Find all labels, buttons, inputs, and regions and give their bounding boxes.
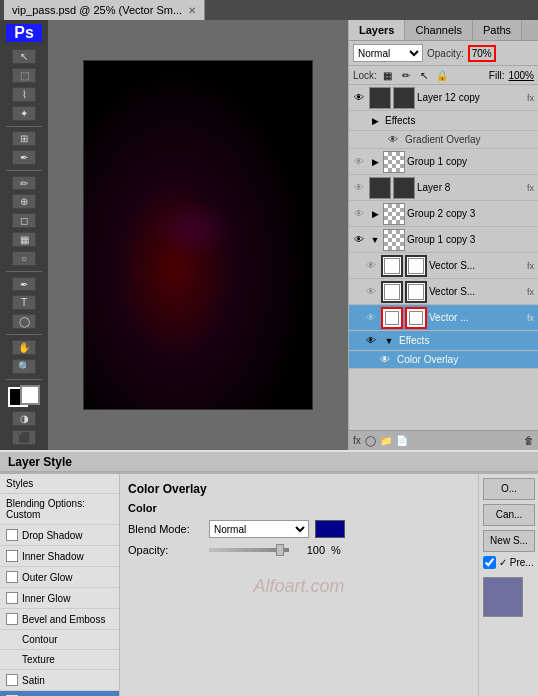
move-tool[interactable]: ↖	[12, 49, 36, 64]
eff-visibility-icon[interactable]: 👁	[363, 333, 379, 349]
group1c3-expand-icon[interactable]: ▼	[369, 234, 381, 246]
style-item-blending[interactable]: Blending Options: Custom	[0, 494, 119, 525]
style-item-texture[interactable]: Texture	[0, 650, 119, 670]
opacity-slider[interactable]	[209, 548, 289, 552]
document-tab[interactable]: vip_pass.psd @ 25% (Vector Sm... ✕	[4, 0, 205, 21]
tool-separator-1	[6, 126, 42, 127]
fill-value[interactable]: 100%	[508, 70, 534, 81]
visibility-icon[interactable]: 👁	[351, 90, 367, 106]
effects-group-row[interactable]: ▶ Effects	[349, 111, 538, 131]
panel-tabs: Layers Channels Paths	[349, 20, 538, 41]
delete-layer-icon[interactable]: 🗑	[524, 435, 534, 446]
styles-list: Styles Blending Options: Custom Drop Sha…	[0, 474, 120, 696]
marquee-tool[interactable]: ⬚	[12, 68, 36, 83]
vs3-visibility-icon[interactable]: 👁	[363, 310, 379, 326]
vector-selected-item[interactable]: 👁 Vector ... fx	[349, 305, 538, 331]
layer8-item[interactable]: 👁 Layer 8 fx	[349, 175, 538, 201]
quick-mask-tool[interactable]: ◑	[12, 411, 36, 426]
gradient-overlay-effect[interactable]: 👁 Gradient Overlay	[349, 131, 538, 149]
style-item-bevel[interactable]: Bevel and Emboss	[0, 609, 119, 630]
style-item-inner-shadow[interactable]: Inner Shadow	[0, 546, 119, 567]
style-item-contour[interactable]: Contour	[0, 630, 119, 650]
new-group-icon[interactable]: 📁	[380, 435, 392, 446]
lock-move-icon[interactable]: ↖	[417, 68, 431, 82]
brush-tool[interactable]: ✏	[12, 176, 36, 191]
eyedropper-tool[interactable]: ✒	[12, 150, 36, 165]
layer8-visibility-icon[interactable]: 👁	[351, 180, 367, 196]
crop-tool[interactable]: ⊞	[12, 131, 36, 146]
new-style-button[interactable]: New S...	[483, 530, 535, 552]
zoom-tool[interactable]: 🔍	[12, 359, 36, 374]
vs1-visibility-icon[interactable]: 👁	[363, 258, 379, 274]
ok-button[interactable]: O...	[483, 478, 535, 500]
layer-item[interactable]: 👁 Layer 12 copy fx	[349, 85, 538, 111]
style-item-color-overlay[interactable]: Color Overlay	[0, 691, 119, 696]
blend-mode-select[interactable]: Normal Multiply Screen	[353, 44, 423, 62]
inner-glow-label: Inner Glow	[22, 593, 70, 604]
bevel-checkbox[interactable]	[6, 613, 18, 625]
opacity-number[interactable]: 100	[295, 544, 325, 556]
effect-visibility-icon[interactable]: 👁	[385, 132, 401, 148]
background-color[interactable]	[20, 385, 40, 405]
text-tool[interactable]: T	[12, 295, 36, 310]
style-item-satin[interactable]: Satin	[0, 670, 119, 691]
add-mask-icon[interactable]: ◯	[365, 435, 376, 446]
dodge-tool[interactable]: ○	[12, 251, 36, 266]
tool-separator-4	[6, 334, 42, 335]
group2-expand-icon[interactable]: ▶	[369, 208, 381, 220]
new-layer-icon[interactable]: 📄	[396, 435, 408, 446]
outer-glow-checkbox[interactable]	[6, 571, 18, 583]
group1-copy-item[interactable]: 👁 ▶ Group 1 copy	[349, 149, 538, 175]
group-expand-icon[interactable]: ▶	[369, 156, 381, 168]
screen-mode-tool[interactable]: ⬛	[12, 430, 36, 445]
cancel-button[interactable]: Can...	[483, 504, 535, 526]
group1-copy3-item[interactable]: 👁 ▼ Group 1 copy 3	[349, 227, 538, 253]
preview-checkbox[interactable]	[483, 556, 496, 569]
vector-s2-item[interactable]: 👁 Vector S... fx	[349, 279, 538, 305]
tab-paths[interactable]: Paths	[473, 20, 522, 40]
lasso-tool[interactable]: ⌇	[12, 87, 36, 102]
inner-shadow-checkbox[interactable]	[6, 550, 18, 562]
eff-expand-icon[interactable]: ▼	[383, 335, 395, 347]
style-item-inner-glow[interactable]: Inner Glow	[0, 588, 119, 609]
style-item-drop-shadow[interactable]: Drop Shadow	[0, 525, 119, 546]
group2-visibility-icon[interactable]: 👁	[351, 206, 367, 222]
gradient-tool[interactable]: ▦	[12, 232, 36, 247]
group1c3-visibility-icon[interactable]: 👁	[351, 232, 367, 248]
preview-swatch	[483, 577, 523, 617]
eraser-tool[interactable]: ◻	[12, 213, 36, 228]
color-swatch[interactable]	[315, 520, 345, 538]
opacity-slider-thumb[interactable]	[276, 544, 284, 556]
color-overlay-effect[interactable]: 👁 Color Overlay	[349, 351, 538, 369]
clone-stamp-tool[interactable]: ⊕	[12, 194, 36, 209]
tab-channels[interactable]: Channels	[405, 20, 472, 40]
blend-mode-dropdown[interactable]: Normal Multiply Screen	[209, 520, 309, 538]
satin-checkbox[interactable]	[6, 674, 18, 686]
hand-tool[interactable]: ✋	[12, 340, 36, 355]
style-item-styles[interactable]: Styles	[0, 474, 119, 494]
shape-tool[interactable]: ◯	[12, 314, 36, 329]
preview-label: ✓ Pre...	[499, 557, 534, 568]
vector-s1-item[interactable]: 👁 Vector S... fx	[349, 253, 538, 279]
group-visibility-icon[interactable]: 👁	[351, 154, 367, 170]
vs2-visibility-icon[interactable]: 👁	[363, 284, 379, 300]
vs2-thumb	[381, 281, 403, 303]
drop-shadow-checkbox[interactable]	[6, 529, 18, 541]
canvas[interactable]	[83, 60, 313, 410]
layer-style-icon[interactable]: fx	[353, 435, 361, 446]
gradient-overlay-label: Gradient Overlay	[405, 134, 481, 145]
collapse-arrow-icon[interactable]: ▶	[369, 115, 381, 127]
co-visibility-icon[interactable]: 👁	[377, 352, 393, 368]
inner-glow-checkbox[interactable]	[6, 592, 18, 604]
opacity-value[interactable]: 70%	[468, 45, 496, 62]
close-tab-icon[interactable]: ✕	[188, 5, 196, 16]
style-item-outer-glow[interactable]: Outer Glow	[0, 567, 119, 588]
lock-transparency-icon[interactable]: ▦	[381, 68, 395, 82]
selected-effects-group[interactable]: 👁 ▼ Effects	[349, 331, 538, 351]
pen-tool[interactable]: ✒	[12, 277, 36, 292]
magic-wand-tool[interactable]: ✦	[12, 106, 36, 121]
lock-brush-icon[interactable]: ✏	[399, 68, 413, 82]
tab-layers[interactable]: Layers	[349, 20, 405, 40]
group2-copy3-item[interactable]: 👁 ▶ Group 2 copy 3	[349, 201, 538, 227]
lock-all-icon[interactable]: 🔒	[435, 68, 449, 82]
